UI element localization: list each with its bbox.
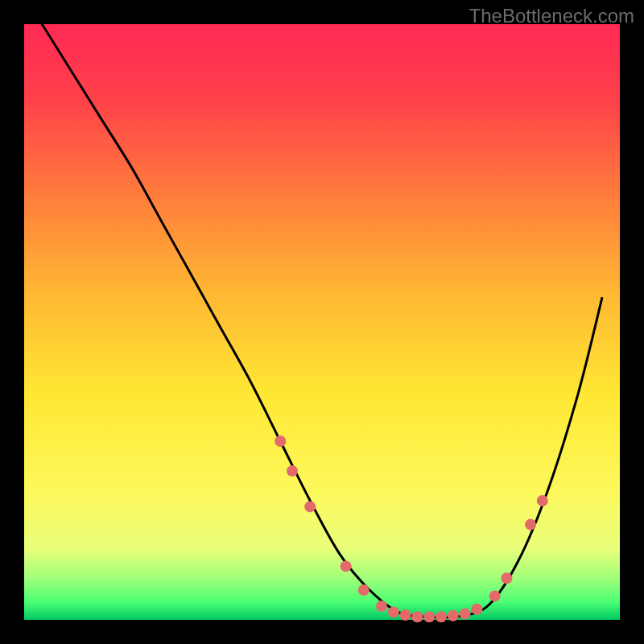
- highlight-dot: [341, 560, 352, 572]
- highlight-dot: [304, 501, 316, 512]
- highlight-dot: [471, 604, 482, 615]
- highlight-dot: [376, 601, 387, 612]
- highlight-dot: [436, 611, 447, 622]
- highlight-dot: [423, 611, 435, 622]
- watermark-text: TheBottleneck.com: [469, 5, 634, 27]
- highlight-dot: [400, 609, 411, 621]
- chart-svg: [0, 0, 644, 644]
- highlight-dot: [537, 495, 548, 506]
- highlight-dot: [501, 572, 512, 584]
- highlight-dot: [460, 609, 471, 620]
- highlight-dot: [287, 465, 298, 477]
- highlight-dot: [448, 610, 459, 621]
- chart-container: TheBottleneck.com: [0, 0, 644, 644]
- highlight-dot: [489, 590, 501, 601]
- highlight-dot: [358, 584, 369, 596]
- plot-background: [24, 24, 620, 620]
- highlight-dot: [275, 436, 286, 447]
- highlight-dot: [388, 606, 399, 617]
- highlight-dot: [411, 611, 423, 622]
- highlight-dot: [525, 519, 536, 530]
